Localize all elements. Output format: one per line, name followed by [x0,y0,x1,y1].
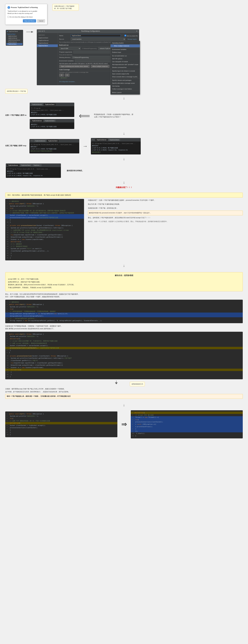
annotation-client1: 在第一个客户端输入请求 he [5,114,26,118]
use-thread-text: 使用多线程的方式 [130,382,145,386]
popup-alt-coverage[interactable]: Specify alternative coverage runner [111,82,140,84]
run-config-dialog: ⊕ ⊖ ⊘ ✎ Run/Debug Configurations ✕ Appli… [37,29,139,85]
popup-collect-coverage[interactable]: Collect coverage in test folders [111,88,140,90]
tab2-client[interactable]: TcpEchoClient [47,140,59,142]
server-ide: TcpEchoServer TcpEchoClient 服务启动！ [/127.… [30,119,74,129]
client1-title: 在第一个客户端输入请求 he [5,114,26,116]
file-udpserver[interactable]: UdpEchoServer [6,37,22,39]
no-response-text: 服务器没有任何响应。 [67,170,84,172]
menu-divider-1 [111,48,140,48]
popup-allow-multiple[interactable]: ✓Allow multiple instances [111,44,140,47]
exp-highlight: 服务器代码就卡在 processConnection 方法链中，start 方法… [88,210,243,215]
tab-tcpclient[interactable]: TcpEchoClient [44,103,55,106]
popup-shorten-cmd[interactable]: Shorten command line [111,66,140,69]
close-icon[interactable]: ✕ [136,30,137,32]
sol-line2: 如果多调用几次，就能与多个客户端建立连接。 [8,280,240,284]
noresp-client2-tab[interactable]: TcpEcho... [32,164,42,166]
server-output: 服务启动！ [/127.0.0.1:4920] 客户端建立连接 [30,122,74,129]
thread-catch: 6 } catch (IOException e){ [131,423,243,426]
noresp-server-tab[interactable]: TcpEchoServer [7,164,19,166]
udp-code-wrapper: 1// 服务器启动 2public void start() throws IO… [5,300,243,323]
popup-show-console-msg[interactable]: Show console when a message is print... [111,75,140,78]
popup-env-vars[interactable]: Environment variables [111,48,140,51]
accept-line: 7 Socket clientSocket = serverSocket.acc… [5,214,84,216]
popup-redirect-input[interactable]: Redirect input [111,51,140,54]
client-tab[interactable]: TcpEchoClient [44,120,55,122]
solution-box: 解决办法：使用多线程 accept 调用一次，就与一个客户端建立连接。 如果多调… [5,272,243,291]
file-dict[interactable]: UdpDictionaryServer [6,39,22,41]
all-config-link[interactable]: All configuration templates... [59,81,76,82]
server2-tab[interactable]: TcpEchoServer [95,138,108,141]
client2-tab2[interactable]: TcpEchoClient [108,138,120,141]
server2-ide: Run: TcpEchoServer TcpEchoClient TC:\Pro… [91,138,141,155]
note2: 答示：UDP 不需要处理连接，所以只需要一个循环，就能处理所有客户的请求。 [5,296,243,298]
client1-terminal: TcpEchoServer TcpEchoClient TC:\Program … [29,102,75,130]
dont-show-checkbox-input[interactable] [7,16,9,18]
store-project-label: Store as project file [124,35,138,37]
popup-no-build[interactable]: Do not build before run [111,54,140,57]
allow-multiple-btn[interactable]: Allow multiple instances [91,65,109,68]
popup-before-launch[interactable]: Before Launch [111,91,140,94]
file-tcpserver[interactable]: TcpEchoServer [6,41,22,43]
popup-tracing[interactable]: Use tracing [111,84,140,88]
sdk-select[interactable]: Java 8 SDK [59,47,81,50]
popup-add-deps[interactable]: Add dependencies with "provided" scope [111,63,140,66]
file-tcpclient[interactable]: TcpEchoClient [6,43,22,45]
dialog-title-bar: i Process 'TcpEchoClient' is Running [7,6,45,9]
noresp-client-tab[interactable]: TcpEchoClient [20,164,32,166]
problem-two-col: 1// 服务器启动 2public void start() throws IO… [5,199,243,260]
env-vars-label: Environment variables: [59,60,74,62]
popup-specify-logs[interactable]: Specify logs to be shown in console [111,70,140,72]
problem-title: 问题就出现了！！！ [1,186,247,189]
sidebar-tcpclient[interactable]: TcpEchoClient [37,44,58,47]
popup-specify-classes[interactable]: Specify classes and packages [111,79,140,82]
popup-operating-system[interactable]: Operating System [111,42,140,44]
name-row: Name: Store as project file [59,34,138,37]
final-left: 1public void start() throws IOException … [5,412,117,437]
tab2-server[interactable]: TcpEchoServer [34,140,46,142]
noresp-titlebar: TcpEchoServer TcpEchoClient TcpEcho... [6,164,61,167]
coverage-remove-btn[interactable]: ⊖ [65,74,69,76]
cancel-button[interactable]: Cancel [37,19,45,22]
sidebar-udpserver[interactable]: UdpEchoServer [37,39,58,42]
runon-select[interactable]: Local machine [71,38,125,40]
noresp-ide: TcpEchoServer TcpEchoClient TcpEcho... T… [6,164,61,178]
sidebar-tcpecho[interactable]: TcpEchoServer [37,42,58,44]
exp-analogy: 就好比，你给一个人打电话，但是那个人正在和别人打着话，那么，手机就会提示你，您所… [88,220,243,223]
run-config-title: Run/Debug Configurations [81,30,100,32]
thread-stack: 7 e.printStackTrace(); [131,426,243,428]
menu-divider-3 [111,69,140,69]
run-config-sidebar: Application UdpEchoClient UdpEchoServer … [37,33,58,85]
run-config-section: ▶ TcpEchoClient TcpEchoClient UdpEchoCli… [1,27,247,96]
annotation-bubble-2: 此时我们再次执行一个客户端 [5,89,27,94]
udp-highlight: 6 DatagramPacket datagramPacket = new Da… [5,312,243,315]
store-project-checkbox[interactable] [124,35,126,36]
dont-show-checkbox[interactable]: Do not show this dialog in the future [7,16,45,18]
popup-save-console[interactable]: Save console output to file [111,72,140,75]
file-udpecho[interactable]: UdpEchoClient [6,35,22,37]
server-titlebar: TcpEchoServer TcpEchoClient [30,119,74,122]
client2-titlebar: Run: TcpEchoServer TcpEchoClient [29,139,79,142]
stop-rerun-button[interactable]: Stop and Rerun [23,19,36,22]
open-run-debug-btn[interactable]: Open run/debug tool window when started [59,65,90,68]
file-tcpecho[interactable]: TcpEchoClient [6,33,22,35]
process-connection-highlight: 7 processConnection(clientSocket);// 在处理… [5,347,243,349]
name-input[interactable] [71,34,121,37]
runon-row: Run on: Local machine Manage targets... [59,38,138,40]
tip-box: 答示：我们先明白：服务器和客户端交流的前提是，客户端先 accept 来 建立连… [5,192,243,198]
big-arrow-right: ⟸ [79,111,90,120]
final-right-code: 1while(true){ 2 // accept 对应 建立连接 3 Thre… [131,410,243,438]
section1: i Process 'TcpEchoClient' is Running 'Tc… [1,1,247,27]
tab-tcpserver[interactable]: TcpEchoServer [31,103,43,106]
server-tab[interactable]: TcpEchoServer [31,120,43,122]
client2-section: 在第二客户端输入请求 help Run: TcpEchoServer TcpEc… [1,136,247,156]
manage-targets-link[interactable]: Manage targets... [127,38,138,40]
use-thread-bubble: 使用多线程的方式 [103,380,145,386]
popup-classpath[interactable]: Use classpath of module [111,60,140,63]
down-arrow-3: ↓ [1,156,247,162]
sidebar-udpecho[interactable]: UdpEchoClient [37,36,58,39]
popup-add-vm[interactable]: Add VM options [111,57,140,60]
coverage-add-btn[interactable]: ⊕ [59,74,64,76]
final-two-code: 1public void start() throws IOException … [5,410,243,438]
tcp-note1: 但是我们的 TCP需要处理连接，它要想每一个循环有若干清求，就需要多个循环， [5,325,243,328]
